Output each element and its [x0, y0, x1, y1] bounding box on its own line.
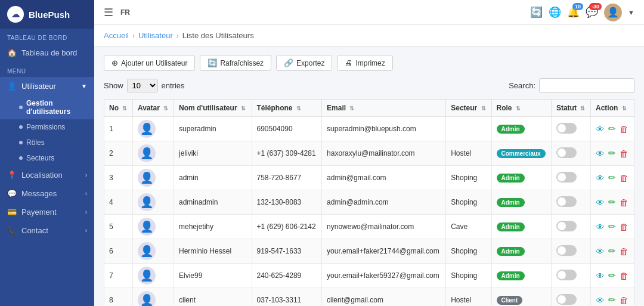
breadcrumb-utilisateur[interactable]: Utilisateur [138, 31, 173, 40]
hamburger-button[interactable]: ☰ [104, 6, 113, 19]
add-user-button[interactable]: ⊕ Ajouter un Utilisateur [104, 55, 195, 71]
cell-action: 👁 ✏ 🗑 [591, 215, 634, 239]
notifications-button[interactable]: 🔔 10 [567, 6, 580, 18]
cell-secteur: Hostel [446, 288, 491, 307]
role-badge: Admin [497, 198, 525, 207]
payement-label: Payement [21, 208, 57, 217]
view-button[interactable]: 👁 [596, 222, 605, 232]
edit-button[interactable]: ✏ [608, 246, 616, 256]
edit-button[interactable]: ✏ [608, 148, 616, 159]
delete-button[interactable]: 🗑 [620, 173, 628, 183]
delete-button[interactable]: 🗑 [620, 124, 628, 134]
cell-action: 👁 ✏ 🗑 [591, 239, 634, 264]
user-avatar-button[interactable]: 👤 [604, 4, 622, 21]
view-button[interactable]: 👁 [596, 295, 605, 305]
role-badge: Admin [497, 222, 525, 231]
view-button[interactable]: 👁 [596, 124, 605, 134]
cell-no: 3 [104, 166, 133, 190]
user-dropdown-arrow[interactable]: ▼ [628, 9, 634, 16]
col-username: Nom d'utilisateur ⇅ [174, 100, 252, 117]
cell-username: client [174, 288, 252, 307]
status-toggle[interactable] [556, 123, 577, 134]
sidebar-sub-secteurs[interactable]: Secteurs [0, 150, 94, 166]
sidebar-sub-permissions[interactable]: Permissions [0, 119, 94, 135]
sidebar-item-contact[interactable]: 📞 Contact › [0, 221, 94, 240]
table-row: 5 👤 mehejetihy +1 (629) 606-2142 nynowew… [104, 215, 634, 239]
view-button[interactable]: 👁 [596, 246, 605, 256]
status-toggle[interactable] [556, 172, 577, 183]
status-toggle[interactable] [556, 245, 577, 256]
table-row: 8 👤 client 037-103-3311 client@gmail.com… [104, 288, 634, 307]
show-entries: Show 10 25 50 100 entries [104, 79, 185, 92]
view-button[interactable]: 👁 [596, 271, 605, 281]
cell-role: Admin [491, 264, 551, 288]
cell-phone: 037-103-3311 [252, 288, 322, 307]
cell-username: adminadmin [174, 190, 252, 215]
avatar: 👤 [138, 193, 156, 211]
action-icons: 👁 ✏ 🗑 [596, 123, 629, 134]
entries-select[interactable]: 10 25 50 100 [127, 79, 158, 92]
sidebar-logo[interactable]: ☁ BluePush [0, 0, 94, 29]
delete-button[interactable]: 🗑 [620, 295, 628, 305]
cell-role: Commerciaux [491, 141, 551, 166]
status-toggle[interactable] [556, 147, 577, 158]
sidebar-item-tableau[interactable]: 🏠 Tableau de bord [0, 44, 94, 62]
avatar: 👤 [138, 120, 156, 138]
cell-status [551, 239, 590, 264]
edit-button[interactable]: ✏ [608, 172, 616, 183]
content-area: ⊕ Ajouter un Utilisateur 🔄 Rafraîchissez… [94, 47, 644, 306]
status-toggle[interactable] [556, 270, 577, 280]
sidebar-item-utilisateur[interactable]: 👤 Utilisateur ▼ [0, 77, 94, 95]
language-selector[interactable]: FR [120, 8, 130, 17]
status-toggle[interactable] [556, 294, 577, 305]
cell-no: 7 [104, 264, 133, 288]
cell-status [551, 117, 590, 141]
status-toggle[interactable] [556, 221, 577, 231]
export-button[interactable]: 🔗 Exportez [276, 55, 332, 71]
edit-button[interactable]: ✏ [608, 295, 616, 305]
cell-no: 6 [104, 239, 133, 264]
cell-username: mehejetihy [174, 215, 252, 239]
messages-button[interactable]: 💬 -30 [586, 6, 598, 18]
delete-button[interactable]: 🗑 [620, 222, 628, 232]
sidebar-sub-roles[interactable]: Rôles [0, 135, 94, 150]
print-button[interactable]: 🖨 Imprimez [337, 55, 392, 71]
view-button[interactable]: 👁 [596, 149, 605, 159]
cell-email: admin@gmail.com [322, 166, 446, 190]
utilisateur-label: Utilisateur [21, 82, 56, 91]
table-controls: Show 10 25 50 100 entries Search: [104, 78, 634, 93]
cell-avatar: 👤 [132, 264, 174, 288]
cell-username: jeliviki [174, 141, 252, 166]
export-label: Exportez [296, 59, 324, 67]
action-icons: 👁 ✏ 🗑 [596, 270, 629, 281]
sidebar-item-localisation[interactable]: 📍 Localisation › [0, 166, 94, 184]
sidebar-item-messages[interactable]: 💬 Messages › [0, 184, 94, 203]
role-badge: Admin [497, 174, 525, 183]
cell-phone: 690504090 [252, 117, 322, 141]
globe-button[interactable]: 🌐 [549, 6, 561, 18]
edit-button[interactable]: ✏ [608, 270, 616, 281]
cell-username: admin [174, 166, 252, 190]
sidebar-item-payement[interactable]: 💳 Payement › [0, 203, 94, 221]
edit-button[interactable]: ✏ [608, 197, 616, 208]
breadcrumb-home[interactable]: Accueil [104, 31, 129, 40]
sidebar-sub-gestion[interactable]: Gestion d'utilisateurs [0, 95, 94, 119]
refresh-button[interactable]: 🔄 Rafraîchissez [200, 55, 271, 71]
search-label: Search: [509, 81, 535, 90]
gestion-label: Gestion d'utilisateurs [26, 99, 87, 116]
delete-button[interactable]: 🗑 [620, 197, 628, 208]
delete-button[interactable]: 🗑 [620, 246, 628, 256]
delete-button[interactable]: 🗑 [620, 271, 628, 281]
delete-button[interactable]: 🗑 [620, 149, 628, 159]
view-button[interactable]: 👁 [596, 197, 605, 208]
search-input[interactable] [539, 78, 634, 93]
view-button[interactable]: 👁 [596, 173, 605, 183]
cell-no: 5 [104, 215, 133, 239]
cell-username: superadmin [174, 117, 252, 141]
edit-button[interactable]: ✏ [608, 123, 616, 134]
cell-email: admin@admin.com [322, 190, 446, 215]
status-toggle[interactable] [556, 196, 577, 207]
refresh-button[interactable]: 🔄 [530, 6, 543, 18]
col-statut: Statut ⇅ [551, 100, 590, 117]
edit-button[interactable]: ✏ [608, 221, 616, 232]
